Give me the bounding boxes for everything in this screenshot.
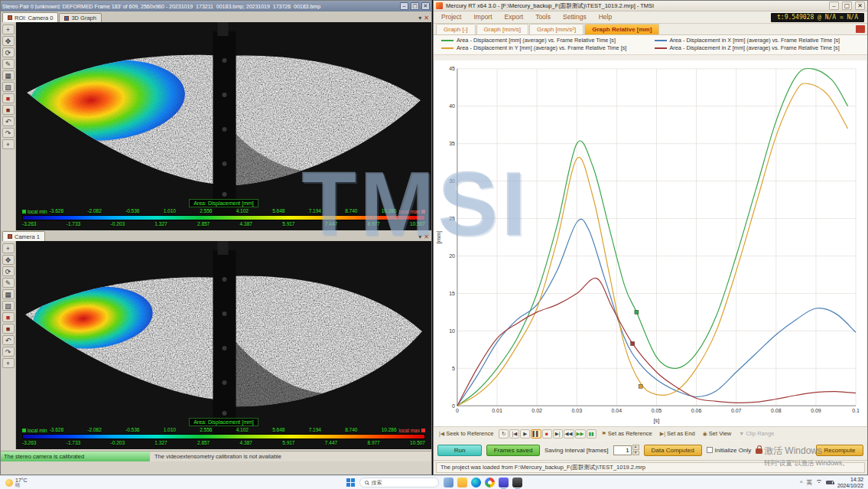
colorbar-tick: 5.648 — [272, 427, 284, 433]
grid-icon[interactable]: ▦ — [2, 289, 15, 299]
marker-red-icon[interactable]: ■ — [2, 312, 15, 322]
set-view-button[interactable]: ◉ Set View — [701, 429, 734, 438]
rotate-icon[interactable]: ⟳ — [2, 47, 15, 57]
collapse-view-icon[interactable]: ▾ — [418, 233, 421, 241]
recompute-button[interactable]: Recompute — [816, 445, 863, 456]
close-button[interactable]: ✕ — [855, 2, 865, 10]
menu-import[interactable]: Import — [467, 11, 498, 23]
seek-to-reference-button[interactable]: |◀ Seek to Reference — [437, 429, 496, 438]
pan-icon[interactable]: ✥ — [2, 36, 15, 46]
camera1-image-area[interactable]: Area: Displacement [mm] local min -3.628… — [16, 241, 431, 449]
start-button[interactable] — [346, 478, 355, 487]
close-view-icon[interactable]: ✕ — [424, 15, 429, 22]
task-view-icon[interactable] — [444, 478, 454, 487]
tab-camera-1[interactable]: Camera 1 — [2, 231, 45, 241]
edit-icon[interactable]: ✎ — [2, 278, 15, 288]
pan-icon[interactable]: ✥ — [2, 255, 15, 265]
clock[interactable]: 14:32 2024/10/22 — [837, 477, 863, 488]
colorbar-tick: 10.286 — [382, 427, 397, 433]
clip-range-button[interactable]: ▼ Clip Range — [736, 429, 776, 438]
battery-icon[interactable] — [826, 481, 834, 484]
frame-marker[interactable] — [635, 310, 639, 314]
colorbar-tick: -0.536 — [125, 208, 139, 214]
graph-tabs: Graph [-]Graph [mm/s]Graph [mm/s²]Graph … — [434, 24, 867, 35]
marker-dark-icon[interactable]: ■ — [2, 105, 15, 115]
spin-up-icon[interactable]: ▲ — [632, 445, 639, 450]
loop-icon[interactable]: ↻ — [499, 429, 509, 438]
frames-saved-button[interactable]: Frames saved — [486, 445, 540, 456]
undo-icon[interactable]: ↶ — [2, 335, 15, 345]
edit-icon[interactable]: ✎ — [2, 59, 15, 69]
colorbar-tick: 1.010 — [164, 427, 176, 433]
frame-marker[interactable] — [639, 384, 642, 388]
edge-icon[interactable] — [471, 478, 481, 487]
fast-forward-icon[interactable]: ▶▶ — [575, 429, 586, 438]
graph-menu-icon[interactable] — [856, 25, 865, 33]
tab-roi-camera-0[interactable]: ROI: Camera 0 — [2, 12, 58, 22]
grid-icon[interactable]: ▦ — [2, 70, 15, 80]
frame-marker[interactable] — [631, 342, 635, 346]
data-computed-button[interactable]: Data Computed — [644, 445, 702, 456]
checkbox-box[interactable] — [707, 447, 713, 453]
menu-project[interactable]: Project — [435, 11, 467, 23]
ime-indicator[interactable]: 英 — [806, 479, 812, 487]
add-roi-icon[interactable]: + — [2, 24, 15, 34]
view-icon: ◉ — [703, 431, 707, 437]
wifi-icon[interactable] — [816, 480, 822, 486]
minimize-button[interactable]: – — [829, 2, 839, 10]
media-app-icon[interactable] — [499, 478, 509, 487]
maximize-button[interactable]: ▢ — [411, 2, 419, 10]
camera0-image-area[interactable]: Area: Displacement [mm] local min -3.628… — [16, 22, 431, 230]
browser-icon[interactable] — [485, 478, 495, 487]
collapse-view-icon[interactable]: ▾ — [418, 15, 421, 22]
tab-graph[interactable]: Graph [-] — [436, 24, 476, 34]
tab-graph-relative-mm[interactable]: Graph Relative [mm] — [584, 24, 659, 34]
marker-dark-icon[interactable]: ■ — [2, 324, 15, 334]
menu-tools[interactable]: Tools — [529, 11, 557, 23]
legend-label: Area - Displacement [mm] (average) vs. F… — [457, 37, 616, 44]
maximize-button[interactable]: ▢ — [842, 2, 852, 10]
saving-interval-input[interactable] — [613, 445, 632, 455]
close-button[interactable]: ✕ — [421, 2, 430, 10]
redo-icon[interactable]: ↷ — [2, 128, 15, 138]
set-as-end-button[interactable]: ▶| Set as End — [658, 429, 697, 438]
tab-graph-mm-s[interactable]: Graph [mm/s] — [476, 24, 528, 34]
run-button[interactable]: Run — [437, 445, 482, 456]
capture-app-icon[interactable] — [512, 478, 522, 487]
search-box[interactable]: 搜索 — [359, 478, 439, 487]
menu-settings[interactable]: Settings — [557, 11, 593, 23]
pause-icon[interactable]: ▌▌ — [531, 429, 541, 438]
spin-down-icon[interactable]: ▼ — [632, 451, 639, 456]
weather-widget[interactable]: 17°C 晴 — [0, 476, 33, 489]
local-max-label: local max — [399, 428, 425, 433]
fast-rewind-icon[interactable]: ◀◀ — [564, 429, 574, 438]
chart-canvas[interactable]: 00.010.020.030.040.050.060.070.080.090.1… — [434, 60, 866, 426]
redo-icon[interactable]: ↷ — [2, 347, 15, 357]
menu-help[interactable]: Help — [593, 11, 618, 23]
undo-icon[interactable]: ↶ — [2, 116, 15, 126]
close-view-icon[interactable]: ✕ — [424, 233, 429, 241]
rotate-icon[interactable]: ⟳ — [2, 266, 15, 276]
skip-start-icon[interactable]: |◀ — [509, 429, 519, 438]
marker-bars-icon[interactable]: ▮▮ — [587, 429, 597, 438]
add-point-icon[interactable]: + — [2, 139, 15, 149]
view-controls: ▾✕ — [416, 15, 431, 22]
lock-icon[interactable] — [756, 448, 762, 454]
tray-expand-button[interactable]: ^ — [800, 479, 803, 486]
skip-end-icon[interactable]: ▶| — [553, 429, 563, 438]
mask-icon[interactable]: ▨ — [2, 82, 15, 92]
tab-3d-graph[interactable]: 3D Graph — [59, 13, 102, 22]
initialize-only-checkbox[interactable]: Initialize Only — [707, 447, 752, 454]
file-explorer-icon[interactable] — [457, 478, 467, 487]
add-point-icon[interactable]: + — [2, 358, 15, 368]
marker-red-icon[interactable]: ■ — [2, 93, 15, 103]
tab-icon — [8, 15, 12, 20]
add-roi-icon[interactable]: + — [2, 243, 15, 253]
minimize-button[interactable]: – — [400, 2, 408, 10]
play-icon[interactable]: ▶ — [520, 429, 530, 438]
tab-graph-mm-s[interactable]: Graph [mm/s²] — [529, 24, 584, 34]
stop-icon[interactable]: ■ — [542, 429, 552, 438]
menu-export[interactable]: Export — [499, 11, 530, 23]
mask-icon[interactable]: ▨ — [2, 301, 15, 311]
set-as-reference-button[interactable]: ⚑ Set as Reference — [600, 429, 655, 438]
